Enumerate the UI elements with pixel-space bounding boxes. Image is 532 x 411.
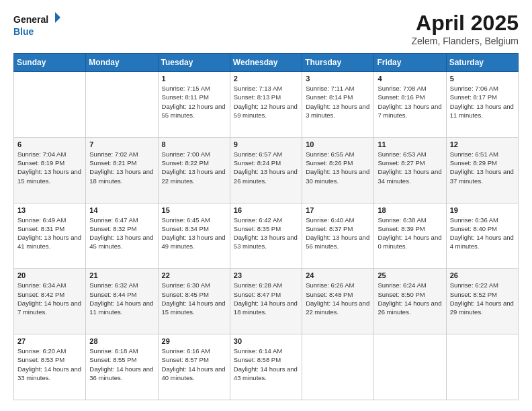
header: General Blue April 2025 Zelem, Flanders,…: [13, 11, 519, 46]
day-number: 1: [162, 75, 226, 83]
calendar-cell: 4Sunrise: 7:08 AM Sunset: 8:16 PM Daylig…: [374, 72, 446, 138]
calendar-cell: 28Sunrise: 6:18 AM Sunset: 8:55 PM Dayli…: [86, 334, 158, 400]
calendar-cell: 18Sunrise: 6:38 AM Sunset: 8:39 PM Dayli…: [374, 203, 446, 269]
day-info: Sunrise: 6:55 AM Sunset: 8:26 PM Dayligh…: [306, 150, 370, 185]
header-wednesday: Wednesday: [230, 54, 302, 72]
day-info: Sunrise: 6:28 AM Sunset: 8:47 PM Dayligh…: [234, 281, 298, 316]
logo-svg: General Blue: [13, 11, 60, 39]
day-info: Sunrise: 7:06 AM Sunset: 8:17 PM Dayligh…: [450, 84, 515, 120]
day-number: 5: [450, 75, 515, 83]
day-info: Sunrise: 6:47 AM Sunset: 8:32 PM Dayligh…: [89, 216, 154, 251]
header-monday: Monday: [86, 54, 158, 72]
day-number: 3: [306, 75, 370, 83]
day-info: Sunrise: 7:13 AM Sunset: 8:13 PM Dayligh…: [234, 84, 298, 120]
page: General Blue April 2025 Zelem, Flanders,…: [0, 0, 532, 411]
day-info: Sunrise: 7:00 AM Sunset: 8:22 PM Dayligh…: [162, 150, 226, 185]
calendar: SundayMondayTuesdayWednesdayThursdayFrid…: [13, 53, 519, 400]
day-info: Sunrise: 6:24 AM Sunset: 8:50 PM Dayligh…: [378, 281, 442, 316]
day-info: Sunrise: 6:18 AM Sunset: 8:55 PM Dayligh…: [89, 347, 154, 382]
day-info: Sunrise: 6:32 AM Sunset: 8:44 PM Dayligh…: [89, 281, 154, 316]
week-row-4: 20Sunrise: 6:34 AM Sunset: 8:42 PM Dayli…: [14, 269, 519, 334]
calendar-cell: 10Sunrise: 6:55 AM Sunset: 8:26 PM Dayli…: [302, 137, 374, 203]
calendar-cell: 26Sunrise: 6:22 AM Sunset: 8:52 PM Dayli…: [446, 269, 518, 334]
day-number: 4: [378, 75, 442, 83]
calendar-cell: [14, 72, 86, 138]
day-number: 11: [378, 140, 442, 148]
day-number: 16: [234, 206, 298, 214]
calendar-cell: 17Sunrise: 6:40 AM Sunset: 8:37 PM Dayli…: [302, 203, 374, 269]
calendar-cell: 7Sunrise: 7:02 AM Sunset: 8:21 PM Daylig…: [86, 137, 158, 203]
calendar-cell: [374, 334, 446, 400]
calendar-cell: 13Sunrise: 6:49 AM Sunset: 8:31 PM Dayli…: [14, 203, 86, 269]
day-info: Sunrise: 6:57 AM Sunset: 8:24 PM Dayligh…: [234, 150, 298, 185]
logo: General Blue: [13, 11, 60, 39]
day-info: Sunrise: 6:34 AM Sunset: 8:42 PM Dayligh…: [17, 281, 82, 316]
day-info: Sunrise: 6:20 AM Sunset: 8:53 PM Dayligh…: [17, 347, 82, 382]
day-info: Sunrise: 6:51 AM Sunset: 8:29 PM Dayligh…: [450, 150, 515, 185]
calendar-cell: 15Sunrise: 6:45 AM Sunset: 8:34 PM Dayli…: [158, 203, 230, 269]
day-number: 18: [378, 206, 442, 214]
calendar-cell: 9Sunrise: 6:57 AM Sunset: 8:24 PM Daylig…: [230, 137, 302, 203]
day-number: 30: [234, 337, 298, 345]
day-number: 12: [450, 140, 515, 148]
svg-text:General: General: [13, 14, 48, 25]
header-tuesday: Tuesday: [158, 54, 230, 72]
calendar-cell: 25Sunrise: 6:24 AM Sunset: 8:50 PM Dayli…: [374, 269, 446, 334]
calendar-cell: [302, 334, 374, 400]
header-saturday: Saturday: [446, 54, 518, 72]
calendar-cell: 30Sunrise: 6:14 AM Sunset: 8:58 PM Dayli…: [230, 334, 302, 400]
day-info: Sunrise: 6:45 AM Sunset: 8:34 PM Dayligh…: [162, 216, 226, 251]
day-number: 17: [306, 206, 370, 214]
day-info: Sunrise: 7:11 AM Sunset: 8:14 PM Dayligh…: [306, 84, 370, 120]
day-info: Sunrise: 7:08 AM Sunset: 8:16 PM Dayligh…: [378, 84, 442, 120]
day-info: Sunrise: 6:26 AM Sunset: 8:48 PM Dayligh…: [306, 281, 370, 316]
day-info: Sunrise: 6:14 AM Sunset: 8:58 PM Dayligh…: [234, 347, 298, 382]
day-number: 8: [162, 140, 226, 148]
day-number: 6: [17, 140, 82, 148]
header-sunday: Sunday: [14, 54, 86, 72]
day-number: 19: [450, 206, 515, 214]
calendar-cell: 11Sunrise: 6:53 AM Sunset: 8:27 PM Dayli…: [374, 137, 446, 203]
day-info: Sunrise: 7:15 AM Sunset: 8:11 PM Dayligh…: [162, 84, 226, 120]
calendar-body: 1Sunrise: 7:15 AM Sunset: 8:11 PM Daylig…: [14, 72, 519, 400]
day-info: Sunrise: 6:40 AM Sunset: 8:37 PM Dayligh…: [306, 216, 370, 251]
day-number: 7: [89, 140, 154, 148]
day-number: 15: [162, 206, 226, 214]
calendar-cell: 22Sunrise: 6:30 AM Sunset: 8:45 PM Dayli…: [158, 269, 230, 334]
day-number: 25: [378, 271, 442, 279]
calendar-cell: [446, 334, 518, 400]
calendar-cell: 16Sunrise: 6:42 AM Sunset: 8:35 PM Dayli…: [230, 203, 302, 269]
calendar-cell: 23Sunrise: 6:28 AM Sunset: 8:47 PM Dayli…: [230, 269, 302, 334]
day-info: Sunrise: 6:22 AM Sunset: 8:52 PM Dayligh…: [450, 281, 515, 316]
day-info: Sunrise: 6:53 AM Sunset: 8:27 PM Dayligh…: [378, 150, 442, 185]
day-number: 27: [17, 337, 82, 345]
day-number: 21: [89, 271, 154, 279]
svg-marker-2: [55, 12, 60, 23]
calendar-cell: 27Sunrise: 6:20 AM Sunset: 8:53 PM Dayli…: [14, 334, 86, 400]
title-block: April 2025 Zelem, Flanders, Belgium: [411, 11, 519, 46]
calendar-cell: 8Sunrise: 7:00 AM Sunset: 8:22 PM Daylig…: [158, 137, 230, 203]
calendar-cell: 24Sunrise: 6:26 AM Sunset: 8:48 PM Dayli…: [302, 269, 374, 334]
day-info: Sunrise: 6:49 AM Sunset: 8:31 PM Dayligh…: [17, 216, 82, 251]
day-number: 20: [17, 271, 82, 279]
week-row-2: 6Sunrise: 7:04 AM Sunset: 8:19 PM Daylig…: [14, 137, 519, 203]
day-info: Sunrise: 7:02 AM Sunset: 8:21 PM Dayligh…: [89, 150, 154, 185]
day-number: 9: [234, 140, 298, 148]
day-info: Sunrise: 6:42 AM Sunset: 8:35 PM Dayligh…: [234, 216, 298, 251]
calendar-cell: [86, 72, 158, 138]
day-info: Sunrise: 6:30 AM Sunset: 8:45 PM Dayligh…: [162, 281, 226, 316]
calendar-cell: 29Sunrise: 6:16 AM Sunset: 8:57 PM Dayli…: [158, 334, 230, 400]
calendar-cell: 14Sunrise: 6:47 AM Sunset: 8:32 PM Dayli…: [86, 203, 158, 269]
calendar-cell: 12Sunrise: 6:51 AM Sunset: 8:29 PM Dayli…: [446, 137, 518, 203]
svg-text:Blue: Blue: [13, 26, 34, 37]
day-number: 24: [306, 271, 370, 279]
calendar-cell: 6Sunrise: 7:04 AM Sunset: 8:19 PM Daylig…: [14, 137, 86, 203]
day-info: Sunrise: 7:04 AM Sunset: 8:19 PM Dayligh…: [17, 150, 82, 185]
day-number: 23: [234, 271, 298, 279]
week-row-5: 27Sunrise: 6:20 AM Sunset: 8:53 PM Dayli…: [14, 334, 519, 400]
calendar-cell: 5Sunrise: 7:06 AM Sunset: 8:17 PM Daylig…: [446, 72, 518, 138]
day-number: 2: [234, 75, 298, 83]
day-number: 14: [89, 206, 154, 214]
subtitle: Zelem, Flanders, Belgium: [411, 36, 519, 46]
calendar-cell: 20Sunrise: 6:34 AM Sunset: 8:42 PM Dayli…: [14, 269, 86, 334]
